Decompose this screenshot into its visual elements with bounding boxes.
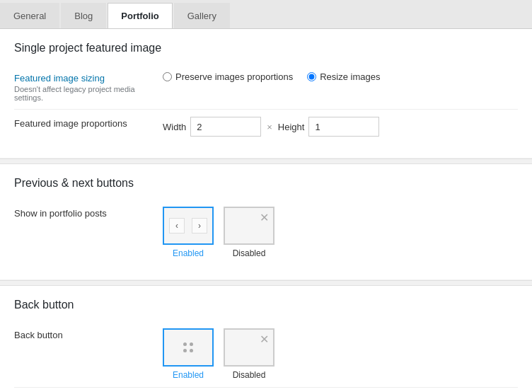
show-portfolio-label-group: Show in portfolio posts <box>14 207 163 219</box>
sizing-desc: Doesn't affect legacy project media sett… <box>14 85 163 102</box>
prev-next-options: ‹ › Enabled ✕ Disabled <box>163 207 274 258</box>
sizing-control: Preserve images proportions Resize image… <box>163 71 518 82</box>
prev-next-enabled-option[interactable]: ‹ › Enabled <box>163 207 214 258</box>
tab-general[interactable]: General <box>0 3 59 28</box>
section-prev-next: Previous & next buttons Show in portfoli… <box>0 164 532 279</box>
dimension-inputs: Width × Height <box>163 117 379 137</box>
dimension-sep: × <box>267 122 272 132</box>
prev-next-disabled-option[interactable]: ✕ Disabled <box>224 207 274 258</box>
tab-portfolio[interactable]: Portfolio <box>108 3 172 28</box>
height-input[interactable] <box>308 117 379 137</box>
section-featured-image-title: Single project featured image <box>14 42 518 54</box>
tabs-bar: General Blog Portfolio Gallery <box>0 0 532 29</box>
proportions-label-group: Featured image proportions <box>14 117 163 129</box>
radio-preserve[interactable]: Preserve images proportions <box>163 71 293 82</box>
divider-1 <box>0 158 532 164</box>
back-disabled-x-icon: ✕ <box>260 333 269 346</box>
prev-next-enabled-label: Enabled <box>173 248 204 258</box>
left-arrow-icon: ‹ <box>169 218 185 234</box>
proportions-label: Featured image proportions <box>14 118 163 129</box>
width-label: Width <box>163 122 186 132</box>
dot-4 <box>190 349 193 352</box>
back-button-label-group: Back button <box>14 328 163 340</box>
show-portfolio-control: ‹ › Enabled ✕ Disabled <box>163 207 518 258</box>
dot-1 <box>183 342 187 346</box>
back-enabled-box <box>163 328 214 367</box>
disabled-x-icon: ✕ <box>260 211 269 224</box>
back-button-options: Enabled ✕ Disabled <box>163 328 274 380</box>
back-disabled-label: Disabled <box>233 370 266 380</box>
width-input[interactable] <box>190 117 261 137</box>
prev-next-enabled-box: ‹ › <box>163 207 214 245</box>
show-portfolio-label: Show in portfolio posts <box>14 208 163 219</box>
section-featured-image: Single project featured image Featured i… <box>0 29 532 158</box>
divider-2 <box>0 280 532 286</box>
back-button-control: Enabled ✕ Disabled <box>163 328 518 380</box>
form-row-proportions: Featured image proportions Width × Heigh… <box>14 109 518 144</box>
back-button-label: Back button <box>14 330 163 340</box>
tab-gallery[interactable]: Gallery <box>174 3 230 28</box>
dot-2 <box>190 342 193 346</box>
prev-next-disabled-label: Disabled <box>233 248 266 258</box>
section-back-button: Back button Back button Enabl <box>0 286 532 392</box>
right-arrow-icon: › <box>192 218 207 234</box>
radio-resize[interactable]: Resize images <box>307 71 380 82</box>
sizing-label: Featured image sizing <box>14 73 163 83</box>
form-row-back-url: Back button url <box>14 387 518 392</box>
section-prev-next-title: Previous & next buttons <box>14 177 518 190</box>
height-label: Height <box>278 122 305 132</box>
sizing-label-group: Featured image sizing Doesn't affect leg… <box>14 71 163 102</box>
back-enabled-option[interactable]: Enabled <box>163 328 214 380</box>
form-row-back-button: Back button Enabled <box>14 321 518 387</box>
back-disabled-option[interactable]: ✕ Disabled <box>224 328 274 380</box>
nav-arrows-icon: ‹ › <box>169 218 207 234</box>
dots-icon <box>182 341 195 354</box>
radio-preserve-label: Preserve images proportions <box>175 71 293 82</box>
section-back-button-title: Back button <box>14 299 518 311</box>
radio-resize-input[interactable] <box>307 72 316 81</box>
dot-3 <box>183 349 187 352</box>
back-enabled-label: Enabled <box>173 370 204 380</box>
form-row-sizing: Featured image sizing Doesn't affect leg… <box>14 64 518 109</box>
tab-blog[interactable]: Blog <box>61 3 106 28</box>
form-row-show-in-portfolio: Show in portfolio posts ‹ › Enabled <box>14 200 518 265</box>
proportions-control: Width × Height <box>163 117 518 137</box>
back-disabled-box: ✕ <box>224 328 274 367</box>
radio-resize-label: Resize images <box>320 71 380 82</box>
prev-next-disabled-box: ✕ <box>224 207 274 245</box>
radio-preserve-input[interactable] <box>163 72 172 81</box>
